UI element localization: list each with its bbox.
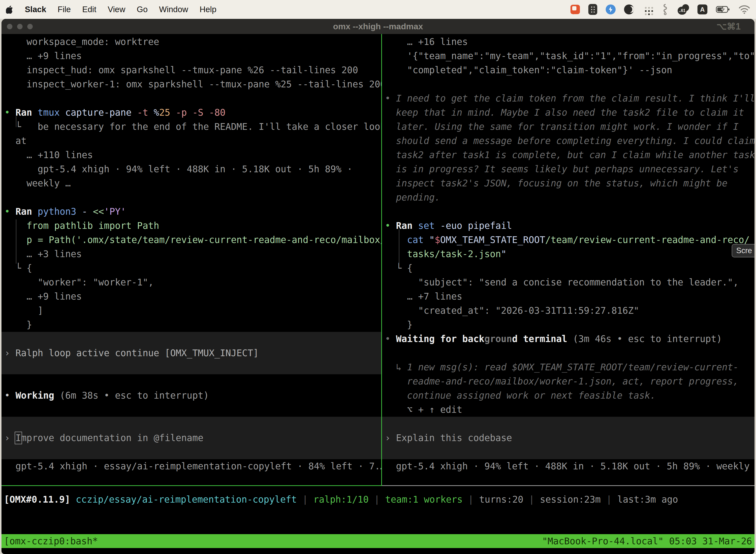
text-segment: /team/review-current-readme-and-reco/ — [545, 234, 750, 245]
text-segment: └ { — [385, 263, 413, 274]
terminal-line — [382, 346, 755, 360]
text-segment: "subject": "send a concise recommendatio… — [385, 277, 739, 288]
text-segment: gpt-5.4 xhigh · essay/ai-reimplementatio… — [4, 461, 381, 472]
text-segment: - — [76, 206, 87, 217]
title-bar[interactable]: omx --xhigh --madmax ⌥⌘1 — [1, 19, 755, 34]
terminal-line: p = Path('.omx/state/team/review-current… — [1, 233, 381, 247]
pane-bottom-border-left — [1, 485, 382, 486]
text-segment: set — [418, 220, 435, 231]
prompt-input[interactable]: › Improve documentation in @filename — [1, 431, 381, 445]
text-segment: • — [385, 220, 396, 231]
passwords-icon[interactable] — [588, 4, 597, 15]
text-segment: inspect task2's JSON, focusing on the st… — [385, 178, 728, 189]
terminal-line: └ { — [1, 261, 381, 275]
hook-icon[interactable] — [661, 4, 669, 15]
text-segment: › — [385, 433, 396, 443]
menu-item-slack[interactable]: Slack — [25, 5, 46, 14]
right-pane: … +16 lines '{"team_name":"my-team","tas… — [382, 34, 755, 485]
text-segment: … +9 lines — [4, 291, 82, 302]
menu-item-go[interactable]: Go — [137, 5, 147, 14]
wifi-icon[interactable] — [739, 5, 750, 14]
terminal-line: is in progress? It seems likely but perh… — [382, 162, 755, 176]
menu-bar-left: Slack File Edit View Go Window Help — [6, 5, 216, 14]
text-segment: inspect_hud: omx sparkshell --tmux-pane … — [4, 65, 358, 75]
text-segment: cat — [407, 234, 424, 245]
battery-icon[interactable] — [716, 6, 730, 13]
tmux-session-label: [omx-cczip0:bash* — [4, 536, 98, 547]
terminal-line — [1, 190, 381, 205]
prompt-suggestion[interactable]: › Explain this codebase — [382, 431, 755, 445]
terminal-line: … +3 lines — [1, 247, 381, 261]
text-segment: ] — [4, 305, 43, 316]
terminal-line: } — [1, 318, 381, 332]
terminal-line — [382, 77, 755, 91]
zoom-button[interactable] — [27, 24, 33, 29]
screen-overlay-popup[interactable]: Scre — [732, 244, 755, 258]
tree-guide — [16, 219, 16, 264]
messenger-icon[interactable] — [606, 4, 616, 14]
text-segment — [32, 107, 38, 118]
minimize-button[interactable] — [17, 24, 22, 29]
text-segment — [70, 494, 76, 505]
keyboard-a-icon[interactable]: A — [697, 4, 707, 14]
terminal-line — [1, 445, 381, 459]
command-line: • Ran python3 - <<'PY' — [1, 205, 381, 219]
terminal-line: workspace_mode: worktree — [1, 35, 381, 49]
text-segment: tmux — [38, 107, 60, 118]
terminal-line: readme-and-reco/mailbox/worker-1.json, a… — [382, 374, 755, 388]
terminal-line: later. Using the same for transition mig… — [382, 120, 755, 134]
text-segment: keep that in mind. Maybe I also need the… — [385, 107, 744, 118]
text-segment: • — [4, 206, 16, 217]
text-segment: | — [369, 494, 385, 505]
screenshot-icon[interactable] — [570, 5, 580, 14]
text-segment: weekly … — [4, 178, 71, 189]
terminal-line: "completed","claim_token":"claim-token"}… — [382, 63, 755, 77]
text-segment: at — [4, 135, 26, 146]
text-segment: p = Path('.omx/state/team/review-current… — [4, 234, 381, 245]
close-button[interactable] — [7, 24, 12, 29]
terminal-line — [382, 417, 755, 431]
menu-item-help[interactable]: Help — [200, 5, 216, 14]
text-segment: python3 — [38, 206, 76, 217]
waiting-status-line: • Waiting for background terminal (3m 46… — [382, 332, 755, 346]
menu-item-file[interactable]: File — [58, 5, 71, 14]
text-segment: task2 after task1 is complete, but can I… — [385, 150, 755, 160]
apple-menu[interactable] — [6, 5, 13, 14]
count-badge-label: ..61 — [678, 7, 687, 15]
menu-bar-status-icons: ..61 A — [570, 4, 750, 15]
thinking-line: • I need to get the claim token from the… — [382, 91, 755, 106]
text-segment: › — [4, 433, 16, 443]
messenger-bolt — [608, 6, 613, 12]
text-segment: 'PY' — [104, 206, 126, 217]
menu-item-edit[interactable]: Edit — [82, 5, 96, 14]
terminal-line — [1, 374, 381, 388]
text-segment: › — [4, 348, 16, 358]
menu-item-view[interactable]: View — [108, 5, 125, 14]
text-segment: 25 — [159, 107, 170, 118]
terminal-line: … +9 lines — [1, 289, 381, 303]
menu-item-window[interactable]: Window — [159, 5, 188, 14]
text-segment: └ be necessary for the end of the README… — [4, 121, 381, 132]
text-segment: └ { — [4, 263, 32, 274]
app-grid-icon[interactable] — [642, 4, 652, 14]
text-segment: Waiting for back — [396, 334, 485, 344]
text-segment: gpt-5.4 xhigh · 94% left · 488K in · 5.1… — [4, 164, 353, 174]
text-segment: from pathlib import Path — [4, 220, 159, 231]
terminal-line: gpt-5.4 xhigh · 94% left · 488K in · 5.1… — [1, 162, 381, 176]
app-grid-dots — [645, 7, 647, 9]
terminal-line — [382, 205, 755, 219]
moon-icon[interactable] — [624, 4, 634, 14]
terminal-line — [1, 91, 381, 106]
text-segment: "worker": "worker-1", — [4, 277, 153, 288]
working-status-line: • Working (6m 38s • esc to interrupt) — [1, 388, 381, 403]
text-segment: continue assigned work or next feasible … — [385, 390, 656, 401]
terminal-line: inspect task2's JSON, focusing on the st… — [382, 176, 755, 190]
terminal-line: … +16 lines — [382, 35, 755, 49]
text-segment: Ralph loop active continue [OMX_TMUX_INJ… — [16, 348, 259, 358]
pane-bottom-border-right — [382, 485, 755, 486]
terminal-line: ⌥ + ↑ edit — [382, 403, 755, 417]
text-segment: | — [462, 494, 479, 505]
left-pane: workspace_mode: worktree … +9 lines insp… — [1, 34, 381, 485]
count-badge-icon[interactable]: ..61 — [678, 4, 689, 15]
text-segment: d terminal — [512, 334, 567, 344]
